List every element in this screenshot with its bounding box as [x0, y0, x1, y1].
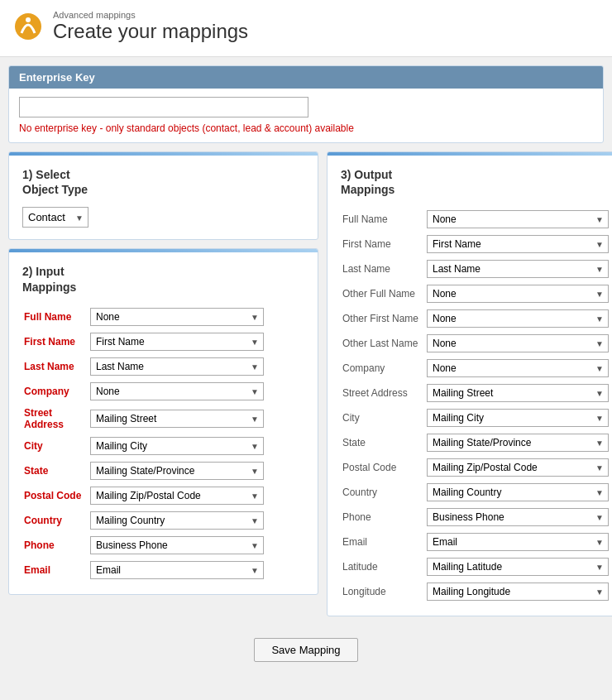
- output-mapping-row: EmailNoneFirst NameLast NameFull NameCom…: [341, 530, 610, 554]
- output-field-label: Other First Name: [341, 306, 425, 331]
- input-mapping-row: PhoneNoneFirst NameLast NameFull NameCom…: [22, 533, 304, 558]
- output-field-select[interactable]: NoneFirst NameLast NameFull NameCompanyM…: [427, 334, 609, 352]
- output-select-wrapper[interactable]: NoneFirst NameLast NameFull NameCompanyM…: [427, 285, 609, 303]
- output-mappings-table: Full NameNoneFirst NameLast NameFull Nam…: [341, 207, 610, 604]
- input-mappings-table: Full NameNoneFirst NameLast NameFull Nam…: [22, 304, 304, 583]
- output-field-select[interactable]: NoneFirst NameLast NameFull NameCompanyM…: [427, 260, 609, 278]
- header-subtitle: Advanced mappings: [53, 10, 248, 20]
- input-field-select[interactable]: NoneFirst NameLast NameFull NameCompanyM…: [90, 487, 264, 505]
- output-field-label: Company: [341, 356, 425, 381]
- enterprise-key-section: Enterprise Key No enterprise key - only …: [8, 65, 604, 143]
- output-field-select[interactable]: NoneFirst NameLast NameFull NameCompanyM…: [427, 558, 609, 576]
- input-field-select[interactable]: NoneFirst NameLast NameFull NameCompanyM…: [90, 410, 264, 428]
- input-field-select[interactable]: NoneFirst NameLast NameFull NameCompanyM…: [90, 382, 264, 400]
- input-select-wrapper[interactable]: NoneFirst NameLast NameFull NameCompanyM…: [90, 308, 264, 326]
- output-field-label: Last Name: [341, 257, 425, 281]
- output-field-select[interactable]: NoneFirst NameLast NameFull NameCompanyM…: [427, 309, 609, 328]
- input-mapping-row: First NameNoneFirst NameLast NameFull Na…: [22, 329, 304, 354]
- output-select-wrapper[interactable]: NoneFirst NameLast NameFull NameCompanyM…: [427, 384, 609, 402]
- output-select-wrapper[interactable]: NoneFirst NameLast NameFull NameCompanyM…: [427, 260, 609, 278]
- input-select-wrapper[interactable]: NoneFirst NameLast NameFull NameCompanyM…: [90, 357, 264, 376]
- section3-panel: 3) OutputMappings Full NameNoneFirst Nam…: [327, 151, 612, 616]
- input-field-select[interactable]: NoneFirst NameLast NameFull NameCompanyM…: [90, 357, 264, 376]
- input-field-select[interactable]: NoneFirst NameLast NameFull NameCompanyM…: [90, 308, 264, 326]
- input-field-label: Street Address: [22, 404, 88, 434]
- output-field-select[interactable]: NoneFirst NameLast NameFull NameCompanyM…: [427, 508, 609, 526]
- output-field-label: Latitude: [341, 554, 425, 579]
- output-select-wrapper[interactable]: NoneFirst NameLast NameFull NameCompanyM…: [427, 309, 609, 328]
- output-select-wrapper[interactable]: NoneFirst NameLast NameFull NameCompanyM…: [427, 235, 609, 253]
- input-select-wrapper[interactable]: NoneFirst NameLast NameFull NameCompanyM…: [90, 462, 264, 480]
- output-field-label: Other Last Name: [341, 331, 425, 356]
- output-select-wrapper[interactable]: NoneFirst NameLast NameFull NameCompanyM…: [427, 409, 609, 427]
- header-text: Advanced mappings Create your mappings: [53, 10, 248, 43]
- output-field-select[interactable]: NoneFirst NameLast NameFull NameCompanyM…: [427, 235, 609, 253]
- output-select-wrapper[interactable]: NoneFirst NameLast NameFull NameCompanyM…: [427, 583, 609, 601]
- output-mapping-row: Other First NameNoneFirst NameLast NameF…: [341, 306, 610, 331]
- svg-point-1: [26, 17, 31, 22]
- output-select-wrapper[interactable]: NoneFirst NameLast NameFull NameCompanyM…: [427, 334, 609, 352]
- input-field-select[interactable]: NoneFirst NameLast NameFull NameCompanyM…: [90, 462, 264, 480]
- output-field-select[interactable]: NoneFirst NameLast NameFull NameCompanyM…: [427, 210, 609, 228]
- input-field-label: Email: [22, 558, 88, 583]
- input-field-select[interactable]: NoneFirst NameLast NameFull NameCompanyM…: [90, 511, 264, 530]
- output-select-wrapper[interactable]: NoneFirst NameLast NameFull NameCompanyM…: [427, 458, 609, 477]
- output-field-label: Email: [341, 530, 425, 554]
- output-select-wrapper[interactable]: NoneFirst NameLast NameFull NameCompanyM…: [427, 434, 609, 452]
- output-mapping-row: Other Last NameNoneFirst NameLast NameFu…: [341, 331, 610, 356]
- output-field-select[interactable]: NoneFirst NameLast NameFull NameCompanyM…: [427, 359, 609, 377]
- save-mapping-button[interactable]: Save Mapping: [254, 638, 357, 662]
- enterprise-key-input[interactable]: [19, 97, 308, 117]
- input-select-wrapper[interactable]: NoneFirst NameLast NameFull NameCompanyM…: [90, 487, 264, 505]
- input-select-wrapper[interactable]: NoneFirst NameLast NameFull NameCompanyM…: [90, 561, 264, 579]
- enterprise-key-header: Enterprise Key: [9, 66, 603, 89]
- input-field-select[interactable]: NoneFirst NameLast NameFull NameCompanyM…: [90, 561, 264, 579]
- output-select-wrapper[interactable]: NoneFirst NameLast NameFull NameCompanyM…: [427, 533, 609, 551]
- input-field-select[interactable]: NoneFirst NameLast NameFull NameCompanyM…: [90, 536, 264, 554]
- output-field-select[interactable]: NoneFirst NameLast NameFull NameCompanyM…: [427, 483, 609, 501]
- input-mapping-row: Last NameNoneFirst NameLast NameFull Nam…: [22, 354, 304, 379]
- object-type-select[interactable]: Contact Lead Account: [22, 207, 88, 228]
- output-field-label: Street Address: [341, 381, 425, 405]
- enterprise-note: No enterprise key - only standard object…: [19, 122, 593, 134]
- output-select-wrapper[interactable]: NoneFirst NameLast NameFull NameCompanyM…: [427, 483, 609, 501]
- output-field-select[interactable]: NoneFirst NameLast NameFull NameCompanyM…: [427, 458, 609, 477]
- output-select-wrapper[interactable]: NoneFirst NameLast NameFull NameCompanyM…: [427, 359, 609, 377]
- output-field-select[interactable]: NoneFirst NameLast NameFull NameCompanyM…: [427, 583, 609, 601]
- input-select-wrapper[interactable]: NoneFirst NameLast NameFull NameCompanyM…: [90, 333, 264, 351]
- input-field-label: State: [22, 458, 88, 483]
- output-mapping-row: LatitudeNoneFirst NameLast NameFull Name…: [341, 554, 610, 579]
- input-field-select[interactable]: NoneFirst NameLast NameFull NameCompanyM…: [90, 437, 264, 455]
- input-mapping-row: CityNoneFirst NameLast NameFull NameComp…: [22, 434, 304, 458]
- output-select-wrapper[interactable]: NoneFirst NameLast NameFull NameCompanyM…: [427, 508, 609, 526]
- object-type-select-wrapper[interactable]: Contact Lead Account: [22, 207, 88, 228]
- output-field-select[interactable]: NoneFirst NameLast NameFull NameCompanyM…: [427, 434, 609, 452]
- input-select-wrapper[interactable]: NoneFirst NameLast NameFull NameCompanyM…: [90, 511, 264, 530]
- input-field-label: Country: [22, 508, 88, 533]
- output-mapping-row: Street AddressNoneFirst NameLast NameFul…: [341, 381, 610, 405]
- output-field-label: Postal Code: [341, 455, 425, 480]
- input-select-wrapper[interactable]: NoneFirst NameLast NameFull NameCompanyM…: [90, 382, 264, 400]
- enterprise-key-body: No enterprise key - only standard object…: [9, 89, 603, 142]
- input-mapping-row: CountryNoneFirst NameLast NameFull NameC…: [22, 508, 304, 533]
- output-mapping-row: LongitudeNoneFirst NameLast NameFull Nam…: [341, 579, 610, 604]
- input-select-wrapper[interactable]: NoneFirst NameLast NameFull NameCompanyM…: [90, 437, 264, 455]
- output-select-wrapper[interactable]: NoneFirst NameLast NameFull NameCompanyM…: [427, 558, 609, 576]
- input-select-wrapper[interactable]: NoneFirst NameLast NameFull NameCompanyM…: [90, 410, 264, 428]
- output-field-select[interactable]: NoneFirst NameLast NameFull NameCompanyM…: [427, 409, 609, 427]
- output-field-select[interactable]: NoneFirst NameLast NameFull NameCompanyM…: [427, 384, 609, 402]
- output-field-label: Other Full Name: [341, 281, 425, 306]
- input-field-label: Full Name: [22, 304, 88, 329]
- output-field-select[interactable]: NoneFirst NameLast NameFull NameCompanyM…: [427, 285, 609, 303]
- input-mapping-row: EmailNoneFirst NameLast NameFull NameCom…: [22, 558, 304, 583]
- input-mapping-row: Full NameNoneFirst NameLast NameFull Nam…: [22, 304, 304, 329]
- section3-title: 3) OutputMappings: [341, 167, 610, 197]
- input-select-wrapper[interactable]: NoneFirst NameLast NameFull NameCompanyM…: [90, 536, 264, 554]
- input-mapping-row: Postal CodeNoneFirst NameLast NameFull N…: [22, 483, 304, 508]
- output-field-label: Phone: [341, 505, 425, 530]
- output-mapping-row: Full NameNoneFirst NameLast NameFull Nam…: [341, 207, 610, 232]
- input-field-select[interactable]: NoneFirst NameLast NameFull NameCompanyM…: [90, 333, 264, 351]
- output-select-wrapper[interactable]: NoneFirst NameLast NameFull NameCompanyM…: [427, 210, 609, 228]
- output-field-select[interactable]: NoneFirst NameLast NameFull NameCompanyM…: [427, 533, 609, 551]
- section2-panel: 2) InputMappings Full NameNoneFirst Name…: [8, 248, 318, 594]
